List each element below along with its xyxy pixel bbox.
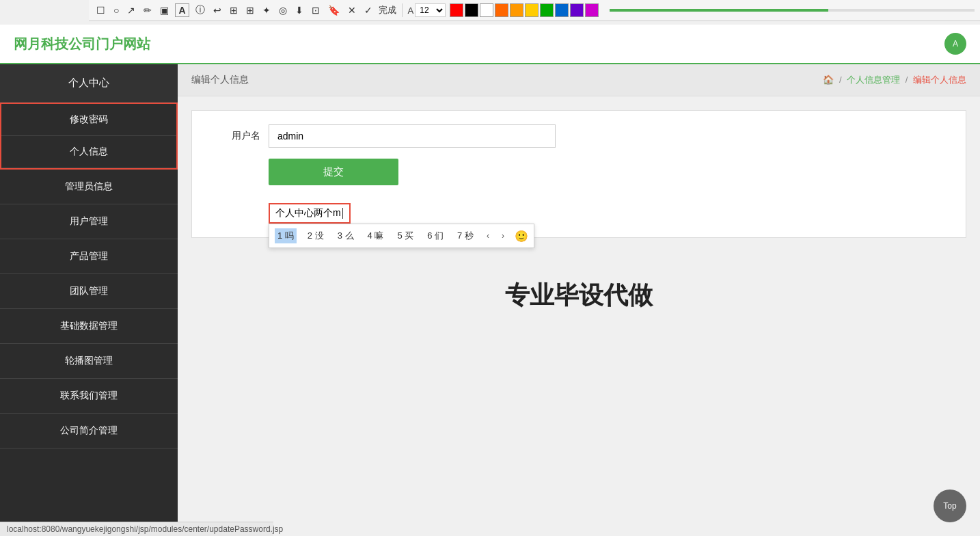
site-header: 网月科技公司门户网站 A xyxy=(0,25,980,64)
ime-input-text: 个人中心两个m xyxy=(275,207,341,219)
screenshot-tool-icon[interactable]: ⊞ xyxy=(228,3,240,17)
breadcrumb-level2: 编辑个人信息 xyxy=(913,75,966,85)
footer-text: 专业毕设代做 xyxy=(178,252,980,326)
status-bar: localhost:8080/wangyuekejigongshi/jsp/mo… xyxy=(0,522,273,536)
sidebar-item-personal-info[interactable]: 个人信息 xyxy=(1,136,176,168)
sidebar-item-personal-center[interactable]: 个人中心 xyxy=(0,64,178,103)
breadcrumb-level1-link[interactable]: 个人信息管理 xyxy=(847,75,900,85)
ime-cursor xyxy=(342,208,343,219)
pen-tool-icon[interactable]: ✏ xyxy=(141,3,154,17)
ime-suggestion-7[interactable]: 7 秒 xyxy=(454,228,476,243)
ime-suggestions: 1 吗 2 没 3 么 4 嘛 5 买 6 们 7 秒 ‹ › 🙂 xyxy=(269,224,534,248)
toolbar-separator xyxy=(402,3,403,17)
username-label: 用户名 xyxy=(206,130,260,142)
ime-prev-icon[interactable]: ‹ xyxy=(485,230,491,242)
font-label: A xyxy=(408,5,414,16)
top-button[interactable]: Top xyxy=(934,490,966,522)
bookmark-tool-icon[interactable]: 🔖 xyxy=(326,3,342,17)
progress-bar xyxy=(610,9,975,12)
sidebar-item-team-management[interactable]: 团队管理 xyxy=(0,274,178,309)
main-layout: 个人中心 修改密码 个人信息 管理员信息 用户管理 产品管理 团队管理 基础数据… xyxy=(0,64,980,536)
crop-tool-icon[interactable]: ⊡ xyxy=(310,3,322,17)
ime-suggestion-4[interactable]: 4 嘛 xyxy=(365,228,387,243)
submit-row: 提交 xyxy=(206,159,952,185)
ime-emoji-icon[interactable]: 🙂 xyxy=(515,230,528,243)
circle-tool-icon[interactable]: ○ xyxy=(111,3,121,17)
color-yellow-orange[interactable] xyxy=(510,3,523,17)
color-red[interactable] xyxy=(450,3,463,17)
user-avatar[interactable]: A xyxy=(944,33,966,55)
font-size-group: A 12 14 16 18 24 xyxy=(408,3,446,17)
color-yellow[interactable] xyxy=(525,3,539,17)
username-row: 用户名 xyxy=(206,124,952,148)
color-white[interactable] xyxy=(480,3,493,17)
color-magenta[interactable] xyxy=(585,3,599,17)
color-black[interactable] xyxy=(465,3,478,17)
arrow-tool-icon[interactable]: ↗ xyxy=(125,3,137,17)
ime-suggestion-1[interactable]: 1 吗 xyxy=(275,228,297,243)
site-title: 网月科技公司门户网站 xyxy=(14,35,150,53)
undo-tool-icon[interactable]: ↩ xyxy=(211,3,223,17)
info-tool-icon[interactable]: ⓘ xyxy=(193,3,207,18)
font-size-select[interactable]: 12 14 16 18 24 xyxy=(415,3,446,17)
breadcrumb-home-link[interactable]: 🏠 xyxy=(823,75,834,85)
rect-tool-icon[interactable]: ☐ xyxy=(94,3,107,17)
username-input[interactable] xyxy=(269,124,556,148)
sidebar-item-change-password[interactable]: 修改密码 xyxy=(1,104,176,136)
content-area: 编辑个人信息 🏠 / 个人信息管理 / 编辑个人信息 用户名 提交 xyxy=(178,64,980,536)
sidebar-item-carousel-management[interactable]: 轮播图管理 xyxy=(0,344,178,379)
breadcrumb: 🏠 / 个人信息管理 / 编辑个人信息 xyxy=(823,74,966,86)
check-tool-icon[interactable]: ✓ xyxy=(362,3,375,17)
ime-input-box[interactable]: 个人中心两个m xyxy=(269,203,351,224)
header-right: A xyxy=(944,33,966,55)
image-tool-icon[interactable]: ▣ xyxy=(158,3,171,17)
sidebar-item-company-intro-management[interactable]: 公司简介管理 xyxy=(0,414,178,448)
star-tool-icon[interactable]: ✦ xyxy=(260,3,273,17)
color-purple[interactable] xyxy=(570,3,584,17)
breadcrumb-sep1: / xyxy=(839,75,842,85)
target-tool-icon[interactable]: ◎ xyxy=(277,3,289,17)
page-header: 编辑个人信息 🏠 / 个人信息管理 / 编辑个人信息 xyxy=(178,64,980,96)
download-tool-icon[interactable]: ⬇ xyxy=(293,3,305,17)
submit-button[interactable]: 提交 xyxy=(269,159,398,185)
form-container: 用户名 提交 个人中心两个m 1 吗 2 没 3 么 4 嘛 5 买 6 们 xyxy=(191,110,966,238)
ime-suggestion-6[interactable]: 6 们 xyxy=(424,228,446,243)
color-green[interactable] xyxy=(540,3,554,17)
annotation-toolbar: ☐ ○ ↗ ✏ ▣ A ⓘ ↩ ⊞ ⊞ ✦ ◎ ⬇ ⊡ 🔖 ✕ ✓ 完成 A 1… xyxy=(89,0,980,21)
sidebar-item-basic-data-management[interactable]: 基础数据管理 xyxy=(0,309,178,344)
sidebar-item-contact-management[interactable]: 联系我们管理 xyxy=(0,379,178,414)
ime-suggestion-2[interactable]: 2 没 xyxy=(305,228,327,243)
breadcrumb-sep2: / xyxy=(906,75,908,85)
sidebar: 个人中心 修改密码 个人信息 管理员信息 用户管理 产品管理 团队管理 基础数据… xyxy=(0,64,178,536)
color-palette xyxy=(450,3,599,17)
ime-suggestion-3[interactable]: 3 么 xyxy=(335,228,357,243)
ime-suggestion-5[interactable]: 5 买 xyxy=(394,228,416,243)
sidebar-item-user-management[interactable]: 用户管理 xyxy=(0,204,178,239)
page-title: 编辑个人信息 xyxy=(191,74,249,86)
grid-tool-icon[interactable]: ⊞ xyxy=(244,3,256,17)
color-blue[interactable] xyxy=(555,3,569,17)
sidebar-item-product-management[interactable]: 产品管理 xyxy=(0,239,178,274)
sidebar-item-admin-info[interactable]: 管理员信息 xyxy=(0,170,178,204)
text-tool-icon[interactable]: A xyxy=(175,3,189,17)
sidebar-subgroup: 修改密码 个人信息 xyxy=(0,103,178,170)
color-orange[interactable] xyxy=(495,3,508,17)
ime-next-icon[interactable]: › xyxy=(500,230,506,242)
done-button[interactable]: 完成 xyxy=(379,4,396,16)
close-tool-icon[interactable]: ✕ xyxy=(346,3,358,17)
ime-area: 个人中心两个m 1 吗 2 没 3 么 4 嘛 5 买 6 们 7 秒 ‹ › … xyxy=(269,203,351,224)
